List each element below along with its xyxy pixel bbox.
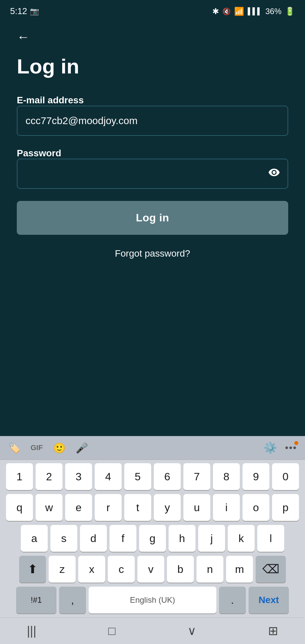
emoji-icon[interactable]: 🙂 <box>53 442 66 454</box>
key-x[interactable]: x <box>78 556 105 583</box>
keyboard-toolbar-left: 🏷️ GIF 🙂 🎤 <box>8 442 88 454</box>
more-icon[interactable]: ••• <box>285 442 297 453</box>
login-button[interactable]: Log in <box>17 201 288 235</box>
gif-icon[interactable]: GIF <box>31 443 43 452</box>
zxcv-row: ⬆ z x c v b n m ⌫ <box>3 556 302 583</box>
key-h[interactable]: h <box>169 525 195 552</box>
key-9[interactable]: 9 <box>243 463 269 490</box>
signal-icon: ▌▌▌ <box>248 7 262 15</box>
key-t[interactable]: t <box>124 494 151 521</box>
key-k[interactable]: k <box>228 525 255 552</box>
status-bar: 5:12 📷 ✱ 🔇 📶 ▌▌▌ 36% 🔋 <box>0 0 305 20</box>
key-n[interactable]: n <box>197 556 223 583</box>
bottom-row: !#1 , English (UK) . Next <box>3 587 302 613</box>
key-g[interactable]: g <box>139 525 166 552</box>
battery-icon: 🔋 <box>285 7 295 16</box>
show-password-button[interactable] <box>268 166 280 181</box>
key-1[interactable]: 1 <box>6 463 33 490</box>
sticker-icon[interactable]: 🏷️ <box>8 442 20 454</box>
key-i[interactable]: i <box>213 494 240 521</box>
key-m[interactable]: m <box>226 556 253 583</box>
keyboard-area: 🏷️ GIF 🙂 🎤 ⚙️ ••• 1 2 3 4 5 6 7 8 9 0 q … <box>0 436 305 644</box>
asdf-row: a s d f g h j k l <box>3 525 302 552</box>
forgot-password-link[interactable]: Forgot password? <box>17 245 288 259</box>
next-key[interactable]: Next <box>249 587 289 613</box>
app-content: ← Log in E-mail address Password Log in … <box>0 20 305 436</box>
shift-key[interactable]: ⬆ <box>19 556 46 583</box>
comma-key[interactable]: , <box>59 587 86 613</box>
key-5[interactable]: 5 <box>124 463 151 490</box>
keyboard-rows: 1 2 3 4 5 6 7 8 9 0 q w e r t y u i o p … <box>0 460 305 613</box>
wifi-icon: 📶 <box>234 7 244 16</box>
number-row: 1 2 3 4 5 6 7 8 9 0 <box>3 463 302 490</box>
key-b[interactable]: b <box>167 556 194 583</box>
keyboard-toolbar: 🏷️ GIF 🙂 🎤 ⚙️ ••• <box>0 436 305 460</box>
key-q[interactable]: q <box>6 494 33 521</box>
key-p[interactable]: p <box>272 494 299 521</box>
status-left: 5:12 📷 <box>10 6 39 16</box>
backspace-key[interactable]: ⌫ <box>256 556 286 583</box>
password-label: Password <box>17 148 61 158</box>
key-4[interactable]: 4 <box>95 463 122 490</box>
status-right: ✱ 🔇 📶 ▌▌▌ 36% 🔋 <box>212 7 295 16</box>
key-d[interactable]: d <box>80 525 107 552</box>
key-v[interactable]: v <box>137 556 164 583</box>
key-e[interactable]: e <box>65 494 92 521</box>
key-7[interactable]: 7 <box>183 463 210 490</box>
qwerty-row: q w e r t y u i o p <box>3 494 302 521</box>
nav-back-icon[interactable]: ||| <box>27 624 36 638</box>
key-w[interactable]: w <box>36 494 62 521</box>
password-wrapper <box>17 159 288 189</box>
key-3[interactable]: 3 <box>65 463 92 490</box>
key-j[interactable]: j <box>198 525 225 552</box>
back-arrow-icon: ← <box>17 30 30 44</box>
toolbar-right: ⚙️ ••• <box>264 441 297 454</box>
key-z[interactable]: z <box>49 556 76 583</box>
key-8[interactable]: 8 <box>213 463 240 490</box>
key-r[interactable]: r <box>95 494 122 521</box>
key-s[interactable]: s <box>50 525 77 552</box>
bluetooth-icon: ✱ <box>212 7 219 16</box>
space-key[interactable]: English (UK) <box>89 587 216 613</box>
mute-icon: 🔇 <box>222 7 231 15</box>
back-button[interactable]: ← <box>17 26 30 48</box>
key-y[interactable]: y <box>154 494 181 521</box>
key-0[interactable]: 0 <box>272 463 299 490</box>
key-2[interactable]: 2 <box>36 463 62 490</box>
key-c[interactable]: c <box>108 556 135 583</box>
key-6[interactable]: 6 <box>154 463 181 490</box>
password-input[interactable] <box>17 159 288 189</box>
key-a[interactable]: a <box>21 525 48 552</box>
nav-home-icon[interactable]: □ <box>108 624 116 638</box>
symbols-key[interactable]: !#1 <box>16 587 56 613</box>
settings-icon[interactable]: ⚙️ <box>264 441 277 454</box>
email-label: E-mail address <box>17 95 84 105</box>
email-input[interactable] <box>17 106 288 136</box>
period-key[interactable]: . <box>219 587 246 613</box>
camera-icon: 📷 <box>30 7 39 16</box>
nav-keyboard-icon[interactable]: ⊞ <box>268 624 278 638</box>
page-title: Log in <box>17 54 288 78</box>
nav-recent-icon[interactable]: ∨ <box>187 624 196 638</box>
nav-bar: ||| □ ∨ ⊞ <box>0 618 305 644</box>
key-u[interactable]: u <box>183 494 210 521</box>
mic-icon[interactable]: 🎤 <box>76 442 88 454</box>
key-l[interactable]: l <box>257 525 284 552</box>
key-f[interactable]: f <box>110 525 136 552</box>
time: 5:12 <box>10 6 27 16</box>
battery-percent: 36% <box>265 7 281 16</box>
key-o[interactable]: o <box>243 494 269 521</box>
